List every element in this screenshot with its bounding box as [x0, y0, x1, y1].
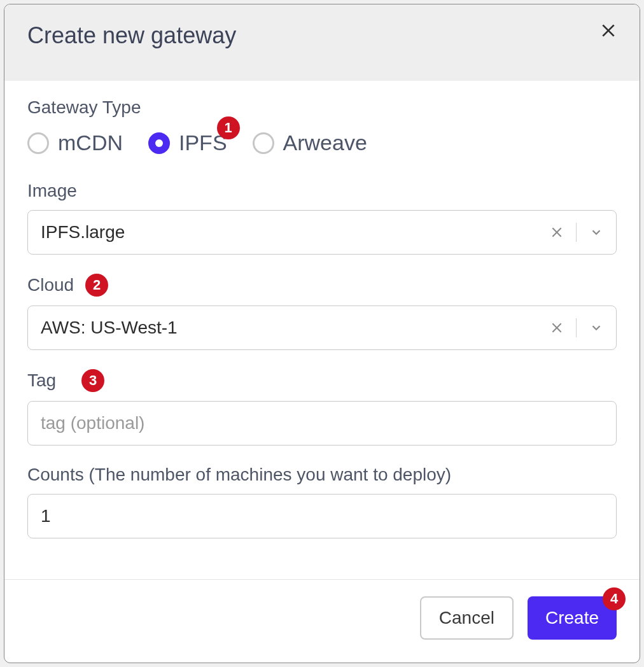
step-badge-4: 4 — [603, 587, 626, 610]
create-button-label: Create — [545, 608, 599, 628]
step-badge-2: 2 — [85, 274, 108, 297]
clear-icon[interactable] — [550, 226, 563, 239]
cloud-select-value: AWS: US-West-1 — [41, 318, 550, 338]
modal-header: Create new gateway — [4, 4, 640, 81]
counts-label: Counts (The number of machines you want … — [27, 465, 451, 485]
radio-mcdn[interactable]: mCDN — [27, 130, 123, 155]
radio-icon — [253, 132, 274, 154]
cloud-label-text: Cloud — [27, 275, 74, 295]
tag-label: Tag 3 — [27, 369, 104, 392]
separator — [576, 318, 577, 337]
separator — [576, 223, 577, 242]
chevron-down-icon[interactable] — [589, 321, 603, 335]
modal-title: Create new gateway — [27, 22, 236, 49]
counts-group: Counts (The number of machines you want … — [27, 465, 617, 538]
create-button[interactable]: Create 4 — [528, 596, 617, 640]
radio-icon — [27, 132, 49, 154]
close-icon[interactable] — [600, 22, 617, 39]
tag-label-text: Tag — [27, 370, 56, 391]
image-select[interactable]: IPFS.large — [27, 210, 617, 255]
tag-input[interactable] — [27, 401, 617, 446]
radio-arweave[interactable]: Arweave — [253, 130, 367, 155]
radio-icon — [148, 132, 170, 154]
gateway-type-radio-group: mCDN IPFS 1 Arweave — [27, 130, 617, 155]
counts-input[interactable] — [27, 494, 617, 538]
tag-group: Tag 3 — [27, 369, 617, 446]
radio-arweave-label: Arweave — [283, 130, 367, 155]
select-indicators — [550, 223, 603, 242]
image-select-value: IPFS.large — [41, 222, 550, 242]
step-badge-1: 1 — [217, 116, 240, 139]
create-gateway-modal: Create new gateway Gateway Type mCDN IPF… — [4, 4, 640, 663]
radio-mcdn-label: mCDN — [58, 130, 123, 155]
step-badge-3: 3 — [81, 369, 104, 392]
chevron-down-icon[interactable] — [589, 225, 603, 239]
radio-ipfs[interactable]: IPFS 1 — [148, 130, 227, 155]
cancel-button[interactable]: Cancel — [420, 596, 514, 640]
cloud-select[interactable]: AWS: US-West-1 — [27, 305, 617, 350]
cloud-label: Cloud 2 — [27, 274, 108, 297]
select-indicators — [550, 318, 603, 337]
clear-icon[interactable] — [550, 321, 563, 334]
modal-footer: Cancel Create 4 — [4, 579, 640, 663]
modal-body: Gateway Type mCDN IPFS 1 Arweave Image — [4, 81, 640, 579]
cloud-group: Cloud 2 AWS: US-West-1 — [27, 274, 617, 350]
gateway-type-label: Gateway Type — [27, 97, 141, 118]
image-group: Image IPFS.large — [27, 181, 617, 255]
modal-overlay: Create new gateway Gateway Type mCDN IPF… — [0, 0, 644, 667]
image-label: Image — [27, 181, 77, 201]
